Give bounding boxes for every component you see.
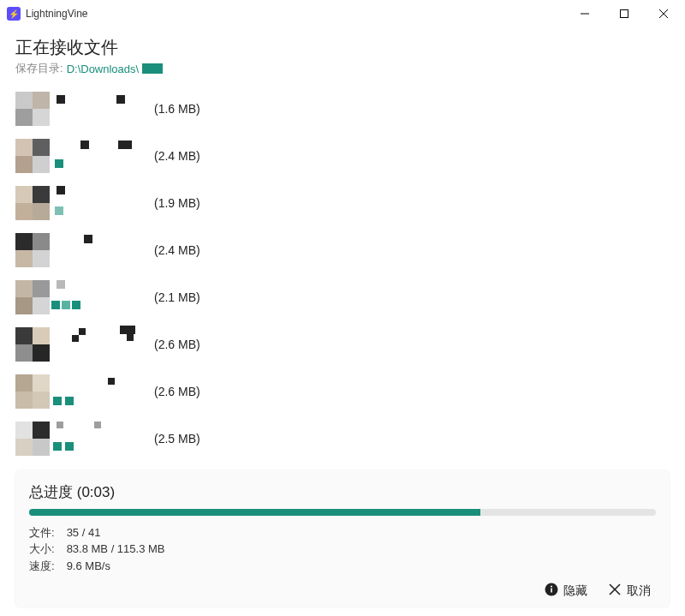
close-button[interactable] [644, 1, 683, 27]
progress-title-text: 总进度 [29, 484, 73, 500]
file-size: (2.1 MB) [154, 290, 200, 304]
app-title: LightningVine [26, 8, 565, 20]
file-name-redacted [57, 233, 151, 267]
info-icon [545, 583, 558, 599]
file-name-redacted [57, 139, 151, 173]
progress-size: 大小: 83.8 MB / 115.3 MB [29, 541, 656, 558]
file-size: (2.4 MB) [154, 149, 200, 163]
file-name-redacted [57, 92, 151, 126]
file-thumbnail [15, 186, 50, 220]
progress-bar-fill [29, 509, 480, 516]
file-row: (2.4 MB) [15, 134, 670, 178]
progress-bar [29, 509, 656, 516]
file-thumbnail [15, 374, 50, 409]
svg-rect-1 [621, 10, 628, 18]
cancel-button[interactable]: 取消 [608, 583, 651, 599]
file-size: (2.6 MB) [154, 338, 200, 351]
maximize-button[interactable] [605, 1, 644, 27]
save-directory-row: 保存目录: D:\Downloads\ [15, 61, 670, 76]
file-row: (1.6 MB) [15, 87, 670, 131]
file-row: (2.5 MB) [15, 416, 670, 461]
save-dir-path[interactable]: D:\Downloads\ [67, 63, 140, 75]
hide-button[interactable]: 隐藏 [545, 583, 587, 599]
file-name-redacted [57, 327, 151, 362]
file-thumbnail [15, 139, 50, 173]
file-row: (1.9 MB) [15, 181, 670, 225]
progress-time: (0:03) [77, 484, 115, 500]
close-icon [608, 583, 622, 599]
file-name-redacted [57, 280, 151, 314]
file-row: (2.6 MB) [15, 322, 670, 367]
file-list: (1.6 MB) (2.4 MB) (1.9 MB) [15, 87, 670, 461]
page-title: 正在接收文件 [15, 36, 670, 59]
file-thumbnail [15, 327, 50, 362]
file-row: (2.6 MB) [15, 369, 670, 414]
file-name-redacted [57, 186, 151, 220]
progress-speed: 速度: 9.6 MB/s [29, 558, 656, 575]
file-size: (2.4 MB) [154, 243, 200, 257]
save-dir-label: 保存目录: [15, 61, 63, 76]
file-row: (2.1 MB) [15, 275, 670, 320]
app-icon: ⚡ [7, 7, 21, 21]
minimize-button[interactable] [565, 1, 605, 27]
actions-row: 隐藏 取消 [29, 583, 656, 599]
file-thumbnail [15, 422, 50, 456]
file-name-redacted [57, 374, 151, 409]
file-thumbnail [15, 233, 50, 267]
file-size: (1.9 MB) [154, 196, 200, 210]
progress-panel: 总进度 (0:03) 文件: 35 / 41 大小: 83.8 MB / 115… [15, 470, 670, 608]
window-controls [565, 1, 683, 27]
progress-title: 总进度 (0:03) [29, 482, 656, 502]
svg-rect-5 [551, 589, 552, 593]
hide-label: 隐藏 [563, 583, 587, 599]
file-size: (1.6 MB) [154, 102, 200, 116]
cancel-label: 取消 [627, 583, 651, 599]
file-thumbnail [15, 92, 50, 126]
file-thumbnail [15, 280, 50, 314]
svg-point-6 [551, 586, 552, 588]
file-size: (2.5 MB) [154, 432, 200, 446]
progress-files: 文件: 35 / 41 [29, 524, 656, 541]
titlebar: ⚡ LightningVine [0, 0, 685, 27]
file-size: (2.6 MB) [154, 385, 200, 398]
save-dir-folder-redacted [142, 63, 163, 74]
file-row: (2.4 MB) [15, 228, 670, 272]
file-name-redacted [57, 422, 151, 456]
